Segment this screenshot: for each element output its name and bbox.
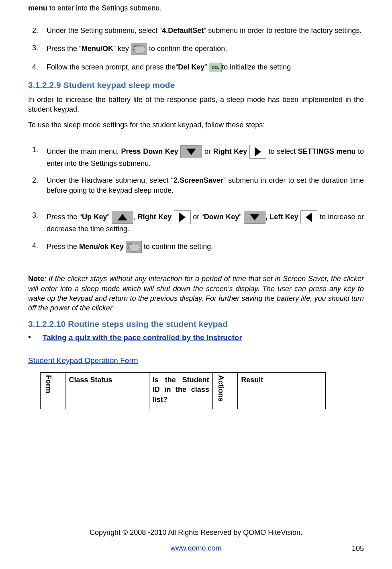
text: ” [204,63,209,71]
list-item: 2. Under the Hardware submenu, select “2… [28,175,364,195]
text: ” [239,213,244,221]
text: ” key [113,44,131,52]
footer-url[interactable]: www.qomo.com [170,544,221,552]
copyright-text: Copyright © 2008 -2010 All Rights Reserv… [28,528,364,537]
list-number: 3. [28,210,47,234]
bullet-icon: • [28,332,43,341]
text: Under the main menu, [47,147,121,155]
col-result: Result [238,373,325,409]
list-item: 4. Follow the screen prompt, and press t… [28,62,364,72]
list-number: 4. [28,241,47,253]
bullet-item: • Taking a quiz with the pace controlled… [28,332,364,343]
form-caption-link[interactable]: Student Keypad Operation Form [28,355,138,366]
list-item: 3. Press the “Up Key” , Right Key or “Do… [28,210,364,234]
list-number: 4. [28,62,47,72]
text: , [133,213,138,221]
menu-ok-key-icon [126,241,142,253]
down-arrow-icon [244,211,265,224]
bold-text: menu [28,4,47,12]
list-item: 1. Under the main menu, Press Down Key o… [28,145,364,168]
col-actions: Actions [212,373,237,409]
bold-text: 4.DefaultSet [162,27,204,35]
table-row: Form Class Status Is the Student ID in t… [41,373,326,409]
list-item: 3. Press the “Menu/OK” key to confirm th… [28,43,364,55]
bold-text: Right Key [213,147,247,155]
list-item: 2. Under the Setting submenu, select “4.… [28,26,364,35]
down-arrow-icon [180,145,202,158]
bold-text: Del Key [178,63,204,71]
paragraph: To use the sleep mode settings for the s… [28,120,364,130]
list-number: 3. [28,43,47,55]
content-area: menu to enter into the Settings submenu.… [28,0,364,409]
menu-ok-key-icon [131,43,147,55]
text: or [202,147,213,155]
bullet-link[interactable]: Taking a quiz with the pace controlled b… [43,332,242,343]
note-body: : If the clicker stays without any inter… [28,275,364,312]
list-item: 4. Press the Menu/ok Key to confirm the … [28,241,364,253]
section-heading: 3.1.2.2.10 Routine steps using the stude… [28,318,364,330]
continuation-line: menu to enter into the Settings submenu. [28,3,364,13]
text: to select [266,147,298,155]
bold-text: Down Key [204,213,239,221]
col-class-status: Class Status [65,373,149,409]
text: Follow the screen prompt, and press the“ [47,63,178,71]
text: Press the “ [47,44,82,52]
text: to initialize the setting. [222,63,293,71]
bold-text: Menu/ok Key [79,243,124,251]
bold-text: , Left Key [265,213,298,221]
left-arrow-icon [300,210,317,224]
list-number: 2. [28,26,47,35]
col-form: Form [41,373,65,409]
up-arrow-icon [112,211,133,224]
bold-text: Right Key [138,213,172,221]
text: ” submenu in order to restore the factor… [204,27,361,35]
text: Press the “ [47,213,82,221]
bold-text: Up Key [82,213,107,221]
text: to confirm the operation. [147,44,227,52]
bold-text: Press Down Key [121,147,178,155]
text: or “ [191,213,204,221]
text: Under the Hardware submenu, select “ [47,176,174,184]
text: Press the [47,243,79,251]
page-footer: Copyright © 2008 -2010 All Rights Reserv… [28,528,364,553]
section-heading: 3.1.2.2.9 Student keypad sleep mode [28,80,364,91]
text: ” [107,213,112,221]
bold-text: 2.ScreenSaver [174,176,223,184]
note-paragraph: Note: If the clicker stays without any i… [28,274,364,313]
list-number: 2. [28,175,47,195]
right-arrow-icon [249,145,266,159]
page-number: 105 [352,544,364,553]
bold-text: SETTINGS menu [298,147,356,155]
col-student-id: Is the Student ID in the class list? [149,373,212,409]
text: Under the Setting submenu, select “ [47,27,162,35]
paragraph: In order to increase the battery life of… [28,95,364,114]
text: to enter into the Settings submenu. [47,4,161,12]
del-key-icon: DEL [209,63,222,72]
document-page: menu to enter into the Settings submenu.… [0,0,392,569]
right-arrow-icon [174,210,191,224]
note-label: Note [28,275,44,283]
list-number: 1. [28,145,47,168]
bold-text: Menu/OK [82,44,113,52]
text: to confirm the setting. [142,243,213,251]
operation-form-table: Form Class Status Is the Student ID in t… [40,372,326,409]
